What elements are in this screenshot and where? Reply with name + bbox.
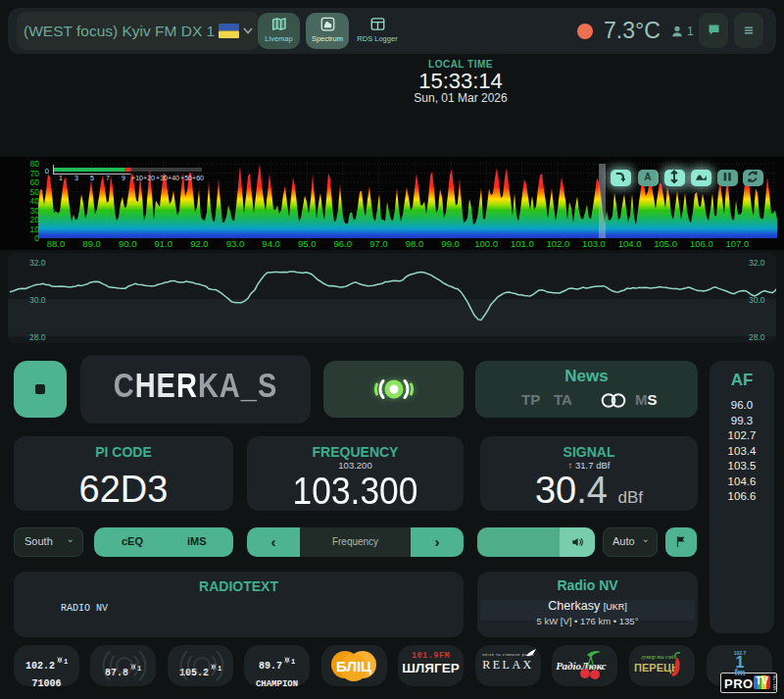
svg-text:+40: +40: [168, 175, 179, 181]
svg-text:32.0: 32.0: [749, 258, 765, 268]
svg-text:10: 10: [30, 225, 40, 234]
svg-text:92.0: 92.0: [190, 238, 209, 249]
svg-text:0: 0: [45, 167, 49, 175]
svg-text:105.0: 105.0: [654, 238, 677, 249]
svg-text:БЛІЦ: БЛІЦ: [336, 658, 371, 674]
svg-text:106.0: 106.0: [690, 238, 713, 249]
svg-text:107.0: 107.0: [726, 238, 750, 249]
svg-text:99.0: 99.0: [441, 238, 460, 249]
svg-text:90.0: 90.0: [119, 238, 137, 249]
svg-text:20: 20: [30, 215, 40, 225]
svg-text:30: 30: [30, 206, 40, 216]
svg-text:гумор та сміх: гумор та сміх: [641, 654, 676, 660]
svg-text:+20: +20: [143, 175, 155, 181]
svg-text:9: 9: [122, 175, 125, 181]
svg-text:5: 5: [90, 175, 94, 181]
svg-text:60: 60: [30, 177, 40, 187]
svg-text:97.0: 97.0: [369, 238, 388, 249]
svg-text:+50: +50: [180, 175, 192, 181]
svg-text:94.0: 94.0: [262, 238, 280, 249]
svg-text:A: A: [644, 172, 651, 182]
svg-text:7: 7: [106, 175, 110, 181]
svg-text:70: 70: [30, 169, 40, 178]
svg-text:30.0: 30.0: [29, 295, 46, 305]
svg-text:95.0: 95.0: [298, 238, 317, 249]
svg-text:ПЕРЕЦЬ: ПЕРЕЦЬ: [634, 662, 679, 674]
svg-text:3: 3: [74, 175, 78, 181]
svg-text:93.0: 93.0: [226, 238, 245, 249]
svg-text:32.0: 32.0: [29, 258, 46, 268]
svg-text:0: 0: [34, 233, 39, 243]
svg-text:+60: +60: [192, 175, 204, 181]
svg-text:96.0: 96.0: [334, 238, 353, 249]
svg-text:30.0: 30.0: [749, 295, 765, 305]
svg-text:+30: +30: [156, 175, 168, 181]
svg-text:101.0: 101.0: [511, 238, 534, 249]
svg-text:102.0: 102.0: [547, 238, 570, 249]
svg-text:28.0: 28.0: [749, 332, 765, 342]
svg-text:40: 40: [30, 196, 40, 206]
svg-text:100.0: 100.0: [474, 238, 498, 249]
svg-text:28.0: 28.0: [29, 332, 46, 342]
svg-text:104.0: 104.0: [618, 238, 642, 249]
svg-text:+10: +10: [131, 175, 143, 181]
svg-text:50: 50: [30, 187, 40, 197]
svg-text:91.0: 91.0: [155, 238, 173, 249]
svg-text:РадіоЛюкс: РадіоЛюкс: [556, 660, 607, 672]
svg-text:103.0: 103.0: [582, 238, 606, 249]
svg-text:89.0: 89.0: [82, 238, 101, 249]
svg-text:1: 1: [59, 175, 63, 181]
svg-text:88.0: 88.0: [47, 238, 66, 249]
svg-text:80: 80: [30, 159, 40, 169]
svg-text:98.0: 98.0: [406, 238, 424, 249]
